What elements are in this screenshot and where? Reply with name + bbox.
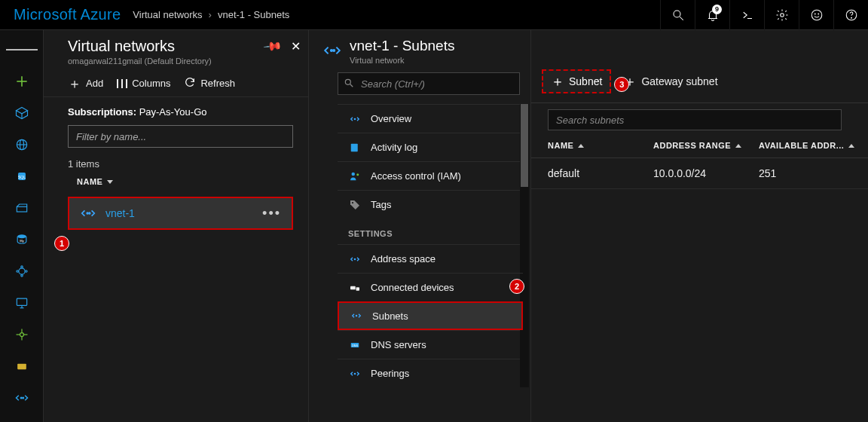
cloud-shell-icon[interactable]	[729, 0, 764, 30]
svg-text:DNS: DNS	[352, 344, 358, 347]
row-more-icon[interactable]: •••	[262, 206, 281, 222]
items-count: 1 items	[68, 158, 293, 170]
mysql-database-icon[interactable]: My	[6, 226, 38, 253]
svg-point-21	[18, 268, 24, 274]
refresh-icon	[184, 76, 196, 90]
svg-line-42	[350, 84, 353, 87]
settings-group-label: SETTINGS	[338, 219, 523, 244]
menu-dns-servers[interactable]: DNSDNS servers	[338, 330, 523, 359]
subnet-row[interactable]: default 10.0.0.0/24 251	[531, 158, 868, 189]
subnet-address-range: 10.0.0.0/24	[653, 167, 759, 179]
blade-subtitle: omagarwal211gmail (Default Directory)	[68, 57, 296, 66]
dns-icon: DNS	[348, 338, 362, 352]
svg-line-1	[680, 17, 683, 20]
menu-connected-devices[interactable]: Connected devices2	[338, 273, 523, 301]
add-gateway-subnet-button[interactable]: ＋Gateway subnet	[623, 75, 717, 88]
load-balancer-icon[interactable]	[6, 321, 38, 348]
svg-point-22	[20, 266, 23, 268]
billing-icon[interactable]	[6, 353, 38, 380]
refresh-button[interactable]: Refresh	[184, 76, 235, 90]
menu-peerings[interactable]: Peerings	[338, 359, 523, 387]
add-subnet-button[interactable]: ＋ Subnet 3	[542, 69, 611, 93]
activity-log-icon	[348, 141, 362, 154]
notification-badge: 9	[712, 5, 722, 14]
menu-activity-log[interactable]: Activity log	[338, 133, 523, 161]
feedback-smile-icon[interactable]	[799, 0, 833, 30]
col-address-range[interactable]: ADDRESS RANGE	[653, 141, 759, 150]
hamburger-icon[interactable]	[6, 36, 38, 63]
svg-text:My: My	[20, 239, 24, 243]
svg-point-45	[352, 172, 356, 176]
subnet-available: 251	[759, 167, 857, 179]
svg-point-48	[354, 258, 355, 259]
chevron-right-icon: ›	[209, 9, 212, 20]
plus-icon: ＋	[68, 77, 81, 90]
svg-point-6	[818, 14, 818, 14]
subnets-blade: ＋ Subnet 3 ＋Gateway subnet NAME ADDRESS …	[531, 30, 868, 422]
columns-button[interactable]: Columns	[117, 78, 170, 89]
monitor-icon[interactable]	[6, 289, 38, 316]
menu-search-input[interactable]	[338, 72, 520, 95]
search-icon[interactable]	[660, 0, 695, 30]
sql-database-icon[interactable]: SQL	[6, 163, 38, 190]
col-available-addr[interactable]: AVAILABLE ADDR...	[759, 141, 857, 150]
menu-overview[interactable]: Overview	[338, 104, 523, 133]
menu-address-space[interactable]: Address space	[338, 244, 523, 273]
columns-icon	[117, 79, 127, 88]
breadcrumb-root[interactable]: Virtual networks	[133, 9, 202, 20]
brand-logo[interactable]: Microsoft Azure	[14, 6, 121, 23]
svg-rect-44	[351, 143, 358, 151]
chevron-up-icon	[735, 144, 741, 148]
chevron-up-icon	[578, 144, 584, 148]
tag-icon	[348, 198, 362, 212]
subnet-name: default	[548, 167, 653, 179]
svg-rect-18	[17, 206, 26, 212]
notifications-icon[interactable]: 9	[695, 0, 729, 30]
callout-1: 1	[54, 236, 69, 251]
breadcrumb: Virtual networks › vnet-1 - Subnets	[133, 9, 289, 20]
top-icon-bar: 9	[660, 0, 868, 29]
menu-tags[interactable]: Tags	[338, 190, 523, 219]
col-name[interactable]: NAME	[548, 141, 653, 150]
settings-gear-icon[interactable]	[764, 0, 799, 30]
column-header-name[interactable]: NAME	[68, 177, 293, 186]
storage-icon[interactable]	[6, 194, 38, 222]
search-icon	[344, 78, 354, 88]
svg-point-37	[87, 213, 88, 214]
svg-point-19	[17, 234, 26, 238]
svg-point-5	[815, 14, 815, 14]
menu-iam[interactable]: Access control (IAM)	[338, 161, 523, 190]
svg-point-38	[89, 213, 90, 214]
vnet-icon	[348, 112, 362, 126]
breadcrumb-current[interactable]: vnet-1 - Subnets	[218, 9, 289, 20]
address-space-icon	[348, 252, 362, 266]
blade2-subtitle: Virtual network	[350, 56, 454, 65]
svg-marker-11	[16, 108, 27, 114]
svg-point-24	[20, 275, 23, 277]
rail-vnet-icon[interactable]	[6, 384, 38, 411]
close-icon[interactable]: ✕	[291, 39, 301, 54]
globe-icon[interactable]	[6, 131, 38, 158]
help-icon[interactable]	[833, 0, 868, 30]
svg-point-23	[25, 271, 27, 273]
svg-text:SQL: SQL	[17, 175, 25, 179]
app-service-icon[interactable]	[6, 258, 38, 285]
cube-icon[interactable]	[6, 99, 38, 127]
svg-rect-49	[350, 286, 356, 289]
svg-point-39	[331, 50, 332, 51]
connected-devices-icon	[348, 281, 362, 295]
create-resource-icon[interactable]	[6, 68, 38, 95]
subnets-icon	[350, 309, 363, 323]
menu-subnets[interactable]: Subnets	[338, 301, 523, 330]
svg-point-40	[333, 50, 335, 51]
svg-point-29	[20, 333, 23, 337]
add-button[interactable]: ＋Add	[68, 77, 103, 90]
subnets-table-header: NAME ADDRESS RANGE AVAILABLE ADDR...	[531, 130, 868, 158]
scrollbar[interactable]	[520, 104, 529, 387]
top-bar: Microsoft Azure Virtual networks › vnet-…	[0, 0, 868, 30]
callout-2: 2	[509, 279, 524, 294]
filter-input[interactable]	[68, 125, 293, 148]
search-subnets-input[interactable]	[548, 109, 842, 130]
vnet-row[interactable]: vnet-1 •••	[68, 197, 293, 230]
svg-point-47	[352, 201, 353, 203]
